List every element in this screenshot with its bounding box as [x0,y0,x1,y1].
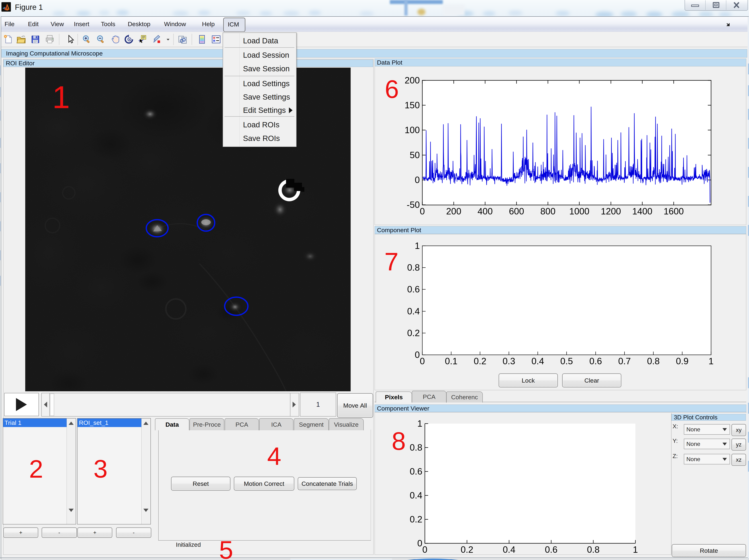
svg-text:400: 400 [477,206,493,217]
svg-text:0.6: 0.6 [410,466,422,476]
svg-text:0.8: 0.8 [407,263,420,273]
svg-text:0.2: 0.2 [461,544,473,555]
svg-text:0: 0 [420,206,425,217]
svg-text:1200: 1200 [601,206,621,217]
svg-text:600: 600 [509,206,524,217]
svg-text:1: 1 [417,419,422,429]
svg-text:0.3: 0.3 [502,356,515,366]
svg-text:1: 1 [708,356,713,366]
svg-text:0: 0 [420,356,425,366]
svg-text:0: 0 [415,175,420,185]
svg-text:-50: -50 [407,200,420,210]
svg-text:0.7: 0.7 [618,356,631,366]
svg-text:0.6: 0.6 [545,544,558,555]
svg-text:0: 0 [415,350,420,360]
svg-text:200: 200 [405,75,420,86]
svg-text:0.8: 0.8 [587,544,600,555]
svg-text:0.1: 0.1 [445,356,457,366]
svg-text:0.9: 0.9 [676,356,689,366]
svg-text:0: 0 [422,544,427,555]
svg-text:1600: 1600 [664,206,684,217]
svg-text:0.2: 0.2 [410,514,422,524]
svg-text:50: 50 [410,150,420,160]
svg-text:0.4: 0.4 [503,544,515,555]
svg-text:0.6: 0.6 [589,356,602,366]
svg-text:200: 200 [446,206,461,217]
svg-text:1: 1 [415,241,420,251]
svg-text:0.6: 0.6 [407,284,420,294]
svg-text:150: 150 [405,100,420,110]
svg-text:1: 1 [633,544,638,555]
svg-text:1000: 1000 [569,206,589,217]
svg-text:0.4: 0.4 [410,490,422,500]
svg-text:0.8: 0.8 [647,356,660,366]
svg-text:0.5: 0.5 [560,356,573,366]
svg-text:0.8: 0.8 [410,443,422,453]
svg-text:800: 800 [540,206,555,217]
svg-text:0.4: 0.4 [531,356,544,366]
svg-text:100: 100 [405,125,420,135]
svg-text:0.4: 0.4 [407,306,420,316]
svg-text:0: 0 [417,538,422,548]
svg-text:1400: 1400 [632,206,652,217]
svg-text:0.2: 0.2 [407,328,420,338]
svg-text:0.2: 0.2 [474,356,486,366]
